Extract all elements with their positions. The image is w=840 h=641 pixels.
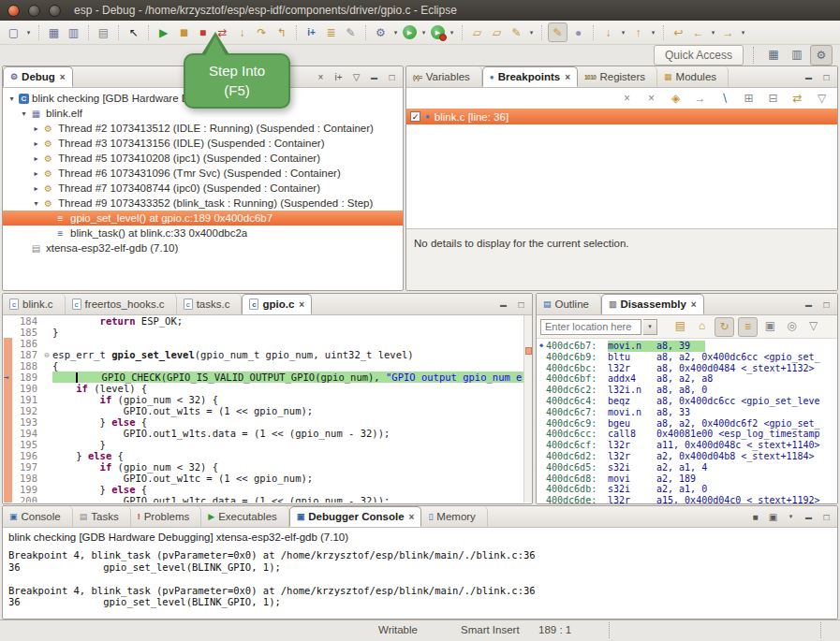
expand-arrow-icon[interactable]: ▸	[31, 124, 41, 133]
expand-arrow-icon[interactable]: ▸	[31, 154, 41, 163]
new-wizard-dropdown[interactable]: ▾	[24, 23, 33, 41]
instruction-stepping-toggle[interactable]: i+	[332, 70, 346, 84]
fold-icon[interactable]	[41, 450, 52, 461]
tab-executables[interactable]: ▶ Executables	[201, 506, 289, 527]
annotation-properties-button[interactable]: ●	[569, 23, 587, 41]
maximize-button[interactable]: □	[385, 70, 399, 84]
maximize-button[interactable]: □	[819, 298, 833, 312]
back-dropdown[interactable]: ▾	[709, 23, 717, 41]
step-over-button[interactable]: ↷	[253, 23, 271, 41]
console-output[interactable]: Breakpoint 4, blink_task (pvParameter=0x…	[3, 545, 837, 608]
tab-debug[interactable]: ⚙ Debug ×	[3, 66, 73, 87]
minimize-button[interactable]: ▬	[802, 510, 816, 524]
run-launch-dropdown[interactable]: ▾	[420, 23, 428, 41]
tab-debugger-console[interactable]: ▣ Debugger Console ×	[289, 506, 422, 527]
tab-console[interactable]: ▣ Console	[3, 506, 73, 527]
thread-node[interactable]: ▸ ⚙ Thread #5 1073410208 (ipc1) (Suspend…	[3, 151, 403, 166]
remove-all-terminated-button[interactable]: ×	[314, 70, 328, 84]
show-breakpoints-supported-button[interactable]: ◈	[667, 90, 685, 108]
fold-icon[interactable]	[41, 495, 52, 503]
tab-modules[interactable]: ▦ Modules	[657, 66, 729, 87]
expand-arrow-icon[interactable]: ▾	[7, 95, 17, 103]
expand-arrow-icon[interactable]: ▾	[31, 199, 41, 208]
maximize-button[interactable]: □	[819, 70, 833, 84]
refresh-view-button[interactable]: ▤	[671, 317, 689, 335]
expand-all-button[interactable]: ⊞	[740, 90, 758, 108]
search-dropdown[interactable]: ▾	[527, 23, 536, 41]
fold-icon[interactable]	[41, 315, 52, 327]
next-annotation-button[interactable]: ↓	[599, 23, 617, 41]
minimize-button[interactable]: ▬	[802, 298, 816, 312]
thread-node[interactable]: ▾ ⚙ Thread #9 1073433352 (blink_task : R…	[3, 196, 403, 211]
debug-configurations-button[interactable]: ✎	[342, 23, 360, 41]
expand-arrow-icon[interactable]: ▸	[31, 169, 41, 178]
goto-file-button[interactable]: →	[691, 90, 709, 108]
resume-button[interactable]: ▶	[155, 23, 172, 41]
forward-dropdown[interactable]: ▾	[739, 23, 747, 41]
fold-icon[interactable]	[41, 327, 52, 338]
skip-all-breakpoints-button[interactable]: ∖	[715, 90, 733, 108]
code-editor[interactable]: 184 return ESP_OK; 185 } 186 187 ⊖ esp_e…	[4, 315, 523, 503]
fold-icon[interactable]	[41, 405, 52, 416]
display-console-button[interactable]: ▣	[766, 510, 780, 524]
show-source-toggle[interactable]: ≡	[738, 317, 758, 337]
expand-arrow-icon[interactable]: ▾	[19, 109, 29, 118]
minimize-button[interactable]: ▬	[496, 298, 510, 312]
tab-blink-c[interactable]: c blink.c	[3, 294, 66, 314]
mark-occurrences-toggle[interactable]: ✎	[548, 22, 567, 42]
gdb-node[interactable]: ▤ xtensa-esp32-elf-gdb (7.10)	[3, 240, 403, 255]
tab-tasks[interactable]: ▤ Tasks	[73, 506, 131, 527]
breakpoint-row[interactable]: ✓ ● blink.c [line: 36]	[406, 109, 837, 124]
step-return-button[interactable]: ↰	[273, 23, 290, 41]
link-with-debug-button[interactable]: ⇄	[788, 90, 806, 108]
fold-icon[interactable]	[41, 371, 52, 383]
tab-gpio-c[interactable]: c gpio.c ×	[242, 294, 312, 314]
search-button[interactable]: ✎	[508, 23, 525, 41]
forward-button[interactable]: →	[719, 23, 737, 41]
fold-icon[interactable]	[41, 439, 52, 450]
view-menu[interactable]: ▽	[804, 317, 822, 335]
back-button[interactable]: ←	[689, 23, 707, 41]
external-tools-dropdown[interactable]: ▾	[448, 23, 456, 41]
debug-launch-dropdown[interactable]: ▾	[391, 23, 400, 41]
new-wizard-button[interactable]: ▢	[5, 23, 22, 41]
remove-all-breakpoints-button[interactable]: ×	[642, 90, 660, 108]
display-console-dropdown[interactable]: ▾	[784, 510, 798, 524]
previous-annotation-button[interactable]: ↑	[629, 23, 647, 41]
home-button[interactable]: ⌂	[693, 317, 711, 335]
tab-variables[interactable]: (x)= Variables	[406, 66, 482, 87]
expand-arrow-icon[interactable]: ▸	[31, 184, 41, 193]
maximize-button[interactable]	[49, 5, 61, 17]
tab-problems[interactable]: ! Problems	[131, 506, 202, 527]
thread-node[interactable]: ▸ ⚙ Thread #6 1073431096 (Tmr Svc) (Susp…	[3, 166, 403, 181]
collapse-all-button[interactable]: ⊟	[764, 90, 782, 108]
location-input[interactable]	[540, 319, 641, 335]
fold-icon[interactable]	[41, 360, 52, 371]
breakpoint-checkbox[interactable]: ✓	[410, 111, 420, 122]
expand-arrow-icon[interactable]: ▸	[31, 139, 41, 148]
disassembly-listing[interactable]: ◆ 400dc6b7: movi.n a8, 39 400dc6b9: bltu…	[537, 339, 837, 504]
fold-icon[interactable]	[41, 461, 52, 473]
cursor-mode-button[interactable]: ↖	[125, 23, 142, 41]
minimize-button[interactable]	[28, 5, 40, 17]
fold-icon[interactable]: ⊖	[41, 349, 52, 360]
debug-perspective-button[interactable]: ⚙	[810, 45, 833, 66]
tab-tasks-c[interactable]: c tasks.c	[177, 294, 243, 314]
instruction-stepping-button[interactable]: i+	[302, 23, 320, 41]
minimize-button[interactable]: ▬	[367, 70, 381, 84]
stack-frame-node[interactable]: ≡ blink_task() at blink.c:33 0x400dbc2a	[3, 226, 403, 240]
fold-icon[interactable]	[41, 428, 52, 439]
fold-icon[interactable]	[41, 473, 52, 484]
maximize-button[interactable]: □	[514, 298, 528, 312]
remove-breakpoint-button[interactable]: ×	[618, 90, 636, 108]
next-annotation-dropdown[interactable]: ▾	[619, 23, 627, 41]
tab-disassembly[interactable]: ▥ Disassembly ×	[601, 294, 704, 314]
tab-freertos-hooks-c[interactable]: c freertos_hooks.c	[66, 294, 177, 314]
open-element-button[interactable]: ▱	[468, 23, 486, 41]
open-perspective-button[interactable]: ▦	[763, 45, 784, 64]
pin-view-button[interactable]: ◎	[783, 317, 801, 335]
overview-ruler[interactable]	[523, 315, 532, 503]
resize-grip[interactable]	[820, 622, 821, 638]
open-new-view-button[interactable]: ▣	[761, 317, 779, 335]
fold-icon[interactable]	[41, 484, 52, 495]
